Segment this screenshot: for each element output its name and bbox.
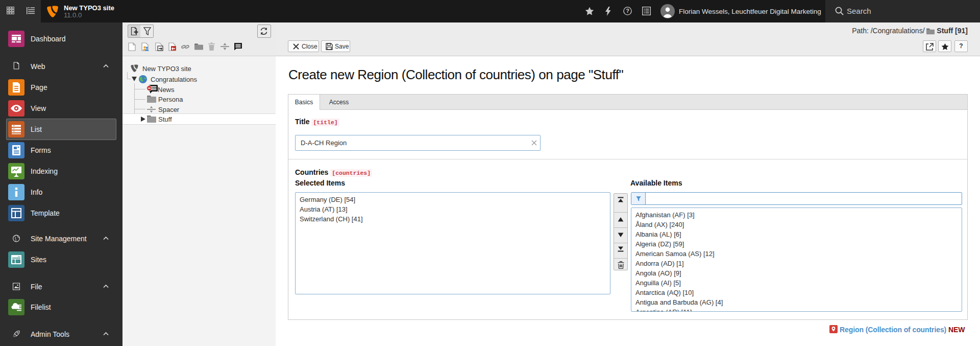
svg-text:?: ?	[626, 8, 629, 14]
